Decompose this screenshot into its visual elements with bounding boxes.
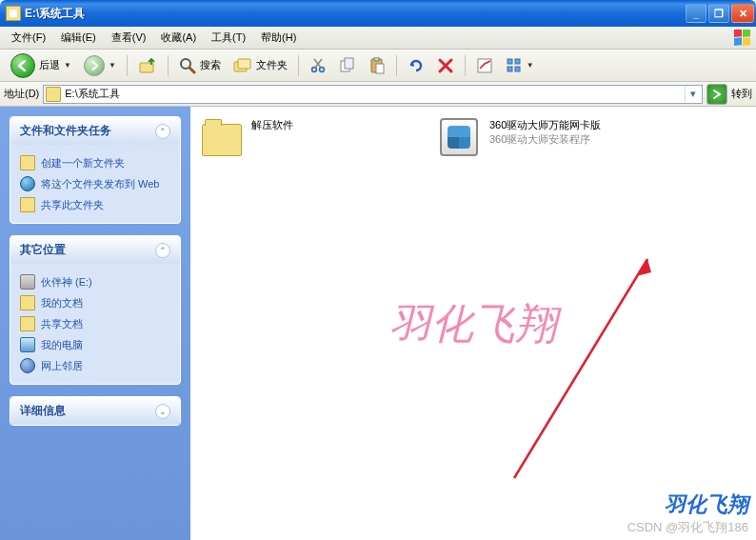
caret-down-icon: ▼	[527, 61, 534, 70]
svg-rect-3	[743, 37, 750, 46]
folder-up-icon	[138, 56, 157, 75]
folders-label: 文件夹	[256, 58, 288, 72]
search-button[interactable]: 搜索	[174, 54, 226, 77]
task-label: 将这个文件夹发布到 Web	[41, 177, 159, 191]
folder-icon	[20, 155, 35, 170]
menu-file[interactable]: 文件(F)	[4, 29, 53, 47]
caret-down-icon: ▼	[109, 61, 116, 70]
separator	[396, 55, 397, 76]
back-arrow-icon	[10, 53, 35, 78]
folder-item[interactable]: 解压软件	[202, 118, 402, 162]
svg-rect-17	[507, 59, 512, 64]
menu-help[interactable]: 帮助(H)	[253, 29, 304, 47]
folder-icon	[6, 6, 21, 21]
file-tasks-panel: 文件和文件夹任务 ⌃ 创建一个新文件夹 将这个文件夹发布到 Web 共享此文件夹	[10, 116, 181, 224]
address-label: 地址(D)	[4, 87, 39, 101]
application-item[interactable]: 360驱动大师万能网卡版 360驱动大师安装程序	[440, 118, 640, 162]
scissors-icon	[309, 57, 327, 74]
search-label: 搜索	[200, 58, 221, 72]
copy-button[interactable]	[334, 54, 361, 77]
svg-rect-15	[376, 64, 384, 73]
brand-watermark: 羽化飞翔	[665, 490, 748, 519]
properties-button[interactable]	[471, 54, 498, 77]
forward-button[interactable]: ▼	[79, 52, 121, 79]
place-my-documents[interactable]: 我的文档	[20, 292, 170, 313]
place-shared-documents[interactable]: 共享文档	[20, 313, 170, 334]
menubar: 文件(F) 编辑(E) 查看(V) 收藏(A) 工具(T) 帮助(H)	[0, 27, 756, 50]
properties-icon	[476, 57, 493, 74]
paste-button[interactable]	[364, 54, 390, 77]
watermark-text: 羽化飞翔	[389, 295, 557, 351]
views-button[interactable]: ▼	[501, 54, 539, 77]
back-button[interactable]: 后退 ▼	[6, 50, 76, 81]
search-icon	[179, 57, 196, 74]
collapse-icon[interactable]: ⌃	[155, 243, 170, 258]
svg-rect-12	[345, 58, 353, 69]
menu-tools[interactable]: 工具(T)	[204, 29, 253, 47]
folder-icon	[20, 316, 35, 331]
place-my-computer[interactable]: 我的电脑	[20, 334, 170, 355]
place-label: 共享文档	[41, 317, 83, 331]
place-network-neighborhood[interactable]: 网上邻居	[20, 355, 170, 376]
task-publish-web[interactable]: 将这个文件夹发布到 Web	[20, 173, 170, 194]
task-label: 创建一个新文件夹	[41, 156, 125, 170]
other-places-panel: 其它位置 ⌃ 伙伴神 (E:) 我的文档 共享文档 我的电脑 网上邻居	[10, 235, 181, 385]
svg-marker-22	[636, 259, 651, 276]
separator	[168, 55, 169, 76]
cut-button[interactable]	[305, 54, 331, 77]
minimize-button[interactable]: _	[686, 4, 706, 23]
svg-rect-2	[734, 37, 742, 46]
window-title: E:\系统工具	[25, 6, 686, 22]
separator	[298, 55, 299, 76]
panel-title: 文件和文件夹任务	[20, 123, 111, 139]
place-label: 我的文档	[41, 296, 83, 310]
go-button[interactable]	[706, 84, 727, 105]
up-button[interactable]	[133, 53, 162, 78]
svg-line-6	[189, 68, 194, 72]
content-area[interactable]: 解压软件 360驱动大师万能网卡版 360驱动大师安装程序 羽化飞翔	[190, 107, 756, 540]
drive-icon	[20, 274, 35, 290]
caret-down-icon: ▼	[64, 61, 71, 70]
svg-rect-18	[515, 59, 520, 64]
folders-button[interactable]: 文件夹	[229, 54, 292, 77]
titlebar[interactable]: E:\系统工具 _ ❐ ✕	[0, 0, 756, 27]
item-name: 解压软件	[251, 118, 293, 132]
clipboard-icon	[368, 57, 386, 74]
folder-icon	[46, 87, 61, 102]
maximize-button[interactable]: ❐	[708, 4, 729, 23]
place-label: 网上邻居	[41, 359, 83, 373]
computer-icon	[20, 337, 35, 352]
task-share-folder[interactable]: 共享此文件夹	[20, 194, 170, 215]
other-places-panel-header[interactable]: 其它位置 ⌃	[10, 236, 180, 264]
details-panel: 详细信息 ⌄	[10, 396, 181, 426]
separator	[465, 55, 466, 76]
item-subtitle: 360驱动大师安装程序	[489, 132, 601, 147]
close-button[interactable]: ✕	[731, 4, 754, 23]
undo-icon	[408, 57, 425, 74]
file-tasks-panel-header[interactable]: 文件和文件夹任务 ⌃	[10, 117, 180, 145]
address-dropdown-button[interactable]: ▾	[685, 86, 700, 103]
toolbar: 后退 ▼ ▼ 搜索 文件夹 ▼	[0, 50, 756, 82]
delete-button[interactable]	[432, 54, 459, 77]
svg-rect-1	[743, 30, 750, 37]
undo-button[interactable]	[403, 54, 429, 77]
panel-title: 详细信息	[20, 403, 66, 419]
address-input[interactable]: E:\系统工具 ▾	[43, 85, 703, 104]
svg-rect-19	[507, 67, 512, 71]
app-icon	[440, 118, 478, 156]
menu-edit[interactable]: 编辑(E)	[53, 29, 104, 47]
details-panel-header[interactable]: 详细信息 ⌄	[10, 397, 180, 425]
back-label: 后退	[39, 58, 60, 72]
globe-icon	[20, 176, 35, 191]
expand-icon[interactable]: ⌄	[155, 404, 170, 419]
place-drive-e[interactable]: 伙伴神 (E:)	[20, 271, 170, 292]
menu-view[interactable]: 查看(V)	[104, 29, 154, 47]
svg-rect-14	[374, 57, 379, 61]
menu-favorites[interactable]: 收藏(A)	[153, 29, 204, 47]
network-icon	[20, 358, 35, 373]
forward-arrow-icon	[84, 55, 105, 76]
svg-rect-0	[734, 30, 742, 37]
collapse-icon[interactable]: ⌃	[155, 124, 170, 139]
task-new-folder[interactable]: 创建一个新文件夹	[20, 152, 170, 173]
panel-title: 其它位置	[20, 242, 66, 258]
